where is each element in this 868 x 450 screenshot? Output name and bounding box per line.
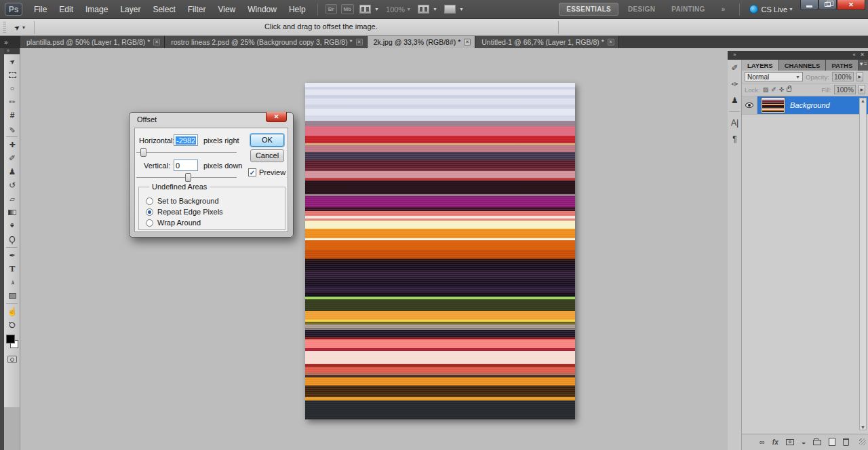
layer-visibility-cell[interactable] [742,96,757,114]
tab-close-icon[interactable]: ✕ [153,39,160,45]
quick-mask-button[interactable] [7,356,17,363]
zoom-tool[interactable]: Ϙ [4,318,20,332]
rectangular-marquee-tool[interactable] [4,68,20,81]
view-extras-button[interactable]: ▼ [359,5,379,14]
horizontal-input[interactable]: -2982 [174,134,198,146]
ok-button[interactable]: OK [250,134,284,147]
hand-tool[interactable]: ☝ [4,305,20,318]
workspace-design[interactable]: DESIGN [621,3,662,15]
tab-close-icon[interactable]: ✕ [464,39,471,45]
document-tab-2[interactable]: 2k.jpg @ 33,3% (RGB/8#) *✕ [368,36,476,48]
layer-style-fx-icon[interactable]: fx [772,438,778,446]
document-image[interactable] [305,83,575,419]
paragraph-panel-icon[interactable]: ¶ [728,131,742,147]
workspace-essentials[interactable]: ESSENTIALS [559,3,618,16]
preview-checkbox-row[interactable]: ✓ Preview [248,168,285,176]
new-group-icon[interactable] [813,440,821,445]
clone-source-icon[interactable]: ♟ [728,92,742,109]
launch-br-button[interactable]: Br [326,4,337,14]
zoom-level-dropdown[interactable]: 100% ▼ [386,5,411,14]
character-panel-icon[interactable]: A| [728,115,742,131]
tab-close-icon[interactable]: ✕ [356,39,363,45]
layers-scrollbar[interactable]: ▲ ▼ [859,98,867,430]
radio-wrap-around[interactable]: Wrap Around [146,219,201,227]
tool-presets-icon[interactable]: ✑ [728,76,742,92]
dialog-close-button[interactable]: ✕ [266,112,287,122]
document-tab-1[interactable]: rostro lineas 2.psd @ 25% (Background co… [165,36,367,48]
panel-menu-icon[interactable]: ▼≡ [859,60,868,71]
panel-tab-channels[interactable]: CHANNELS [779,60,827,71]
preview-checkbox[interactable]: ✓ [248,168,256,176]
menu-image[interactable]: Image [79,0,114,19]
workspace-overflow-chevron[interactable]: » [715,3,732,15]
lock-transparency-icon[interactable]: ▨ [763,86,769,93]
radio-set-to-background[interactable]: Set to Background [146,197,219,205]
delete-layer-icon[interactable] [843,438,849,446]
dock-expand-chevron[interactable]: » [733,52,736,58]
dock-close-icon[interactable]: ✕ [860,52,865,58]
menu-edit[interactable]: Edit [53,0,79,19]
gradient-tool[interactable] [4,206,20,219]
clone-stamp-tool[interactable]: ♟ [4,165,20,179]
lasso-tool[interactable]: ○ [4,81,20,95]
close-button[interactable]: ✕ [837,0,865,10]
minimize-button[interactable] [800,0,818,10]
blur-tool[interactable]: ♠ [4,219,20,233]
layer-row-main[interactable]: Background [757,96,868,114]
panel-tab-layers[interactable]: LAYERS [742,60,779,71]
lock-all-icon[interactable] [787,88,791,92]
quick-selection-tool[interactable]: ✏ [4,95,20,109]
horizontal-slider-thumb[interactable] [140,148,146,157]
move-tool[interactable]: ➤ [4,54,20,68]
tab-overflow-chevron[interactable]: » [0,36,20,48]
pen-tool[interactable]: ✒ [4,248,20,262]
path-selection-tool[interactable]: ➢ [4,276,20,289]
lock-position-icon[interactable]: ✜ [779,86,785,93]
tab-close-icon[interactable]: ✕ [608,39,614,45]
vertical-slider[interactable] [136,177,237,178]
radio-repeat-edge-pixels[interactable]: Repeat Edge Pixels [146,208,223,216]
panel-resize-grip[interactable] [859,438,866,445]
lock-pixels-icon[interactable]: ✐ [771,86,776,93]
launch-mb-button[interactable]: Mb [341,4,355,14]
brush-tool[interactable]: ✐ [4,151,20,165]
foreground-color-swatch[interactable] [6,335,15,343]
menu-filter[interactable]: Filter [182,0,212,19]
current-tool-chip[interactable]: ➤ ▼ [10,24,30,31]
dodge-tool[interactable]: Ϙ [4,233,20,246]
eyedropper-tool[interactable]: ✎ [4,122,20,136]
vertical-input[interactable]: 0 [174,160,198,171]
crop-tool[interactable]: # [4,109,20,122]
blend-mode-select[interactable]: Normal ▼ [745,72,803,81]
options-bar-grip[interactable] [3,22,6,33]
link-layers-icon[interactable]: ∞ [760,438,765,446]
cs-live-button[interactable]: CS Live ▼ [749,5,793,14]
brush-panel-icon[interactable]: ✐ [728,60,742,76]
menu-help[interactable]: Help [283,0,312,19]
add-layer-mask-icon[interactable] [786,439,794,445]
workspace-painting[interactable]: PAINTING [665,3,711,15]
menu-window[interactable]: Window [241,0,283,19]
type-tool[interactable]: T [4,262,20,276]
opacity-value[interactable]: 100% [832,72,854,81]
screen-mode-button[interactable]: ▼ [444,5,464,14]
restore-button[interactable] [818,0,837,10]
eraser-tool[interactable]: ▱ [4,192,20,206]
new-adjustment-layer-icon[interactable]: ◒ [802,438,806,446]
history-brush-tool[interactable]: ↺ [4,179,20,192]
cancel-button[interactable]: Cancel [250,149,284,162]
horizontal-slider[interactable] [136,152,237,153]
panel-tab-paths[interactable]: PATHS [826,60,859,71]
arrange-documents-button[interactable]: ▼ [418,5,437,14]
layer-row-background[interactable]: Background [742,96,868,115]
menu-view[interactable]: View [212,0,241,19]
fill-value[interactable]: 100% [834,85,856,94]
menu-select[interactable]: Select [146,0,181,19]
new-layer-icon[interactable] [829,438,835,446]
fill-popup-arrow[interactable]: ▶ [859,85,865,94]
document-tab-0[interactable]: plantilla.psd @ 50% (Layer 1, RGB/8) *✕ [20,36,165,48]
dock-collapse-chevron[interactable]: « [853,52,856,58]
menu-file[interactable]: File [28,0,53,19]
menu-layer[interactable]: Layer [114,0,146,19]
document-tab-3[interactable]: Untitled-1 @ 66,7% (Layer 1, RGB/8) *✕ [475,36,618,48]
